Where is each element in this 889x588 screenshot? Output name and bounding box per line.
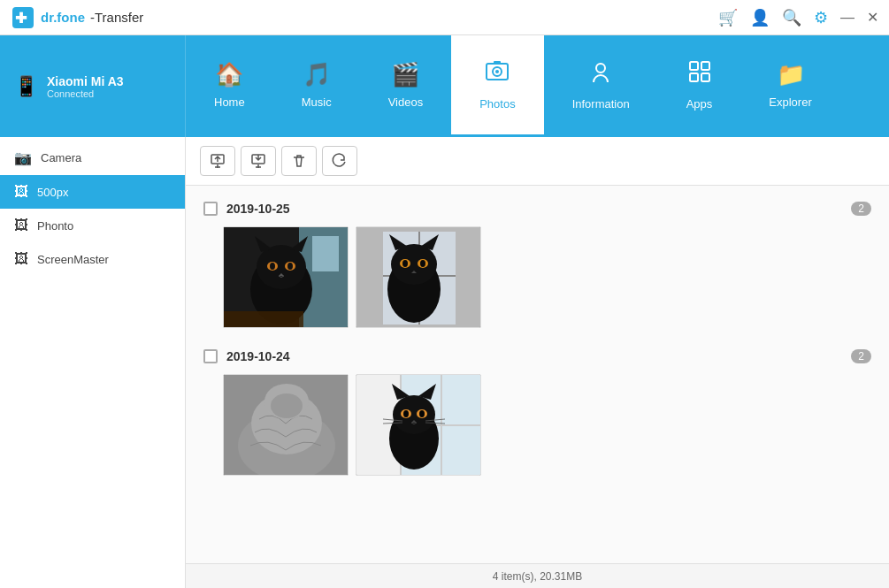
sidebar-item-500px-label: 500px — [37, 186, 68, 199]
date-count-2: 2 — [851, 349, 871, 363]
svg-rect-9 — [690, 73, 698, 81]
music-icon: 🎵 — [303, 61, 331, 88]
tab-explorer-label: Explorer — [769, 95, 811, 109]
date-label-2: 2019-10-24 — [226, 349, 290, 363]
sidebar-item-screenmaster-label: ScreenMaster — [37, 253, 109, 266]
window-controls: 🛒 👤 🔍 ⚙ — ✕ — [718, 8, 878, 27]
home-icon: 🏠 — [215, 61, 243, 88]
svg-rect-5 — [494, 61, 501, 64]
svg-rect-8 — [701, 62, 709, 70]
device-info: Xiaomi Mi A3 Connected — [47, 74, 124, 99]
sidebar-item-camera[interactable]: 📷 Camera — [0, 141, 185, 175]
content-area: 📷 Camera 🖼 500px 🖼 Phonto 🖼 ScreenMaster — [0, 137, 889, 588]
svg-point-58 — [403, 410, 409, 417]
phonto-icon: 🖼 — [14, 218, 28, 233]
svg-point-38 — [420, 260, 425, 267]
main-content: 2019-10-25 2 — [186, 137, 889, 588]
date-checkbox-2[interactable] — [203, 349, 218, 363]
photo-grid-2 — [200, 370, 875, 476]
date-label-1: 2019-10-25 — [226, 202, 290, 216]
photos-icon — [485, 59, 510, 90]
sidebar-item-phonto[interactable]: 🖼 Phonto — [0, 209, 185, 242]
brand-name: dr.fone — [41, 10, 85, 25]
device-status: Connected — [47, 88, 124, 99]
tab-videos-label: Videos — [388, 95, 424, 109]
svg-rect-7 — [690, 62, 698, 70]
svg-rect-25 — [224, 311, 303, 328]
close-button[interactable]: ✕ — [867, 9, 878, 26]
title-bar: ✚ dr.fone -Transfer 🛒 👤 🔍 ⚙ — ✕ — [0, 0, 889, 35]
500px-icon: 🖼 — [14, 184, 28, 200]
date-checkbox-1[interactable] — [203, 202, 218, 216]
photo-thumb-3[interactable] — [223, 374, 349, 476]
svg-point-59 — [419, 410, 425, 417]
svg-text:✚: ✚ — [15, 11, 27, 26]
camera-icon: 📷 — [14, 149, 32, 166]
photo-grid-area[interactable]: 2019-10-25 2 — [186, 186, 889, 563]
information-icon — [588, 59, 613, 90]
tab-home-label: Home — [214, 95, 245, 109]
app-logo: ✚ dr.fone -Transfer — [11, 5, 718, 30]
explorer-icon: 📁 — [777, 61, 805, 88]
tab-explorer[interactable]: 📁 Explorer — [740, 35, 839, 137]
tab-information-label: Information — [572, 97, 630, 111]
drfone-logo-icon: ✚ — [11, 5, 35, 30]
date-group-1: 2019-10-25 2 — [200, 195, 875, 328]
refresh-button[interactable] — [322, 146, 357, 176]
search-icon[interactable]: 🔍 — [782, 8, 801, 27]
sidebar-item-screenmaster[interactable]: 🖼 ScreenMaster — [0, 242, 185, 276]
device-phone-icon: 📱 — [14, 75, 38, 98]
svg-point-22 — [270, 263, 275, 270]
tab-music-label: Music — [302, 95, 332, 109]
tab-apps[interactable]: Apps — [658, 35, 741, 137]
nav-bar: 📱 Xiaomi Mi A3 Connected 🏠 Home 🎵 Music … — [0, 35, 889, 137]
photo-thumb-1[interactable] — [223, 226, 349, 328]
svg-rect-15 — [312, 236, 339, 271]
sidebar: 📷 Camera 🖼 500px 🖼 Phonto 🖼 ScreenMaster — [0, 137, 186, 588]
tab-photos-label: Photos — [479, 97, 515, 111]
minimize-button[interactable]: — — [840, 10, 855, 26]
sidebar-item-phonto-label: Phonto — [37, 219, 73, 233]
sidebar-item-500px[interactable]: 🖼 500px — [0, 175, 185, 209]
svg-point-23 — [287, 263, 293, 270]
tab-apps-label: Apps — [686, 97, 713, 111]
device-name: Xiaomi Mi A3 — [47, 74, 124, 88]
videos-icon: 🎬 — [391, 61, 419, 88]
toolbar — [186, 137, 889, 186]
date-header-2[interactable]: 2019-10-24 2 — [200, 342, 875, 370]
delete-button[interactable] — [281, 146, 317, 176]
date-group-2: 2019-10-24 2 — [200, 342, 875, 476]
tab-photos[interactable]: Photos — [451, 35, 543, 137]
app-layout: 📱 Xiaomi Mi A3 Connected 🏠 Home 🎵 Music … — [0, 35, 889, 588]
date-header-1[interactable]: 2019-10-25 2 — [200, 195, 875, 223]
export-button[interactable] — [200, 146, 235, 176]
svg-point-32 — [391, 244, 437, 285]
nav-tabs: 🏠 Home 🎵 Music 🎬 Videos — [186, 35, 889, 137]
cart-icon[interactable]: 🛒 — [718, 8, 738, 27]
svg-point-4 — [495, 70, 499, 73]
svg-point-17 — [257, 245, 306, 289]
photo-thumb-4[interactable] — [356, 374, 481, 476]
photo-thumb-2[interactable] — [356, 226, 481, 328]
device-panel: 📱 Xiaomi Mi A3 Connected — [0, 35, 186, 137]
status-bar: 4 item(s), 20.31MB — [186, 563, 889, 588]
user-icon[interactable]: 👤 — [750, 8, 770, 27]
photo-grid-1 — [200, 223, 875, 328]
app-title: -Transfer — [90, 10, 143, 25]
tab-information[interactable]: Information — [544, 35, 658, 137]
tab-videos[interactable]: 🎬 Videos — [360, 35, 452, 137]
screenmaster-icon: 🖼 — [14, 251, 28, 267]
import-button[interactable] — [241, 146, 276, 176]
settings-icon[interactable]: ⚙ — [814, 8, 828, 27]
apps-icon — [687, 59, 712, 90]
date-count-1: 2 — [851, 202, 871, 216]
tab-music[interactable]: 🎵 Music — [273, 35, 360, 137]
svg-point-53 — [393, 395, 435, 434]
status-text: 4 item(s), 20.31MB — [493, 570, 582, 583]
svg-point-6 — [596, 64, 605, 73]
date-header-left-1: 2019-10-25 — [203, 202, 290, 216]
svg-point-45 — [271, 393, 303, 418]
svg-rect-10 — [701, 73, 709, 81]
sidebar-item-camera-label: Camera — [41, 151, 81, 164]
tab-home[interactable]: 🏠 Home — [186, 35, 273, 137]
